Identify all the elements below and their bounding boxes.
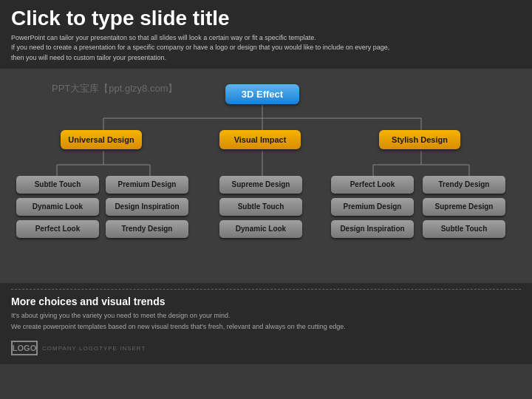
footer: More choices and visual trends It's abou…: [0, 283, 532, 364]
watermark: PPT大宝库【ppt.glzy8.com】: [52, 82, 178, 95]
ud-col1: Subtle Touch Dynamic Look Perfect Look: [16, 176, 99, 238]
footer-desc: It's about giving you the variety you ne…: [11, 310, 521, 332]
ud-c1-r2: Dynamic Look: [16, 198, 99, 216]
sd-c2-r1: Trendy Design: [423, 176, 505, 194]
level2-universal: Universal Design: [61, 130, 142, 149]
slide-title[interactable]: Click to type slide title: [11, 7, 521, 30]
ud-c1-r1: Subtle Touch: [16, 176, 99, 194]
sd-c2-r3: Subtle Touch: [423, 220, 505, 238]
ud-c1-r3: Perfect Look: [16, 220, 99, 238]
visual-impact-label: Visual Impact: [219, 130, 301, 149]
vi-c1-r3: Dynamic Look: [219, 220, 302, 238]
logo-text: LOGO: [13, 344, 36, 352]
main-content: PPT大宝库【ppt.glzy8.com】: [0, 69, 532, 357]
level2-stylish: Stylish Design: [379, 130, 460, 149]
logo-box: LOGO: [11, 341, 38, 355]
ud-c2-r3: Trendy Design: [106, 220, 188, 238]
ud-c2-r2: Design Inspiration: [106, 198, 188, 216]
level2-visual: Visual Impact: [219, 130, 301, 149]
vi-col1: Supreme Design Subtle Touch Dynamic Look: [219, 176, 302, 238]
vi-c1-r2: Subtle Touch: [219, 198, 302, 216]
ud-col2: Premium Design Design Inspiration Trendy…: [106, 176, 188, 238]
ud-c2-r1: Premium Design: [106, 176, 188, 194]
sd-c1-r3: Design Inspiration: [331, 220, 414, 238]
sd-col1: Perfect Look Premium Design Design Inspi…: [331, 176, 414, 238]
header: Click to type slide title PowerPoint can…: [0, 0, 532, 69]
divider: [11, 289, 521, 290]
universal-design-label: Universal Design: [61, 130, 142, 149]
root-node: 3D Effect: [225, 84, 299, 104]
footer-title: More choices and visual trends: [11, 296, 521, 307]
vi-c1-r1: Supreme Design: [219, 176, 302, 194]
stylish-design-label: Stylish Design: [379, 130, 460, 149]
logo-area: LOGO COMPANY LOGOTYPE INSERT: [11, 341, 146, 355]
sd-c2-r2: Supreme Design: [423, 198, 505, 216]
root-label: 3D Effect: [225, 84, 299, 104]
sd-col2: Trendy Design Supreme Design Subtle Touc…: [423, 176, 505, 238]
sd-c1-r1: Perfect Look: [331, 176, 414, 194]
logo-tagline: COMPANY LOGOTYPE INSERT: [42, 345, 146, 352]
header-description: PowerPoint can tailor your presentaiton …: [11, 33, 521, 64]
sd-c1-r2: Premium Design: [331, 198, 414, 216]
